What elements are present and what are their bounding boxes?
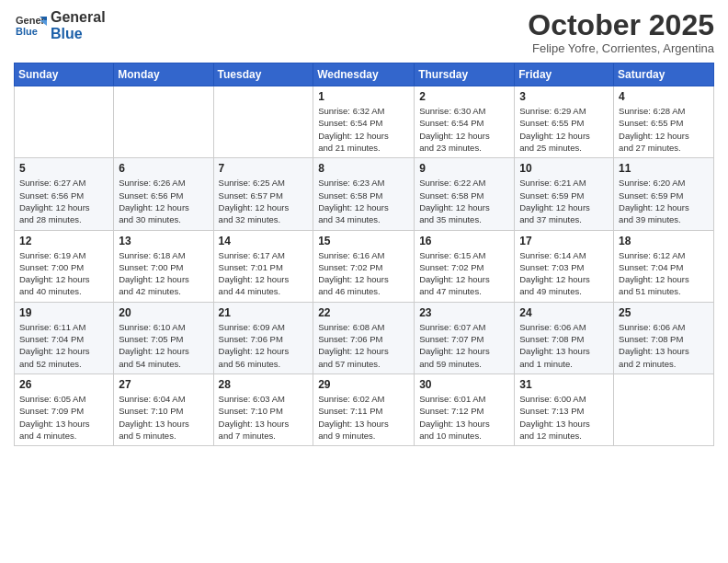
day-info-line: and 40 minutes. bbox=[19, 285, 108, 297]
day-info: Sunrise: 6:01 AMSunset: 7:12 PMDaylight:… bbox=[419, 393, 509, 442]
table-row: 26Sunrise: 6:05 AMSunset: 7:09 PMDayligh… bbox=[15, 373, 114, 445]
logo-icon: General Blue bbox=[14, 9, 47, 42]
day-info-line: Sunset: 7:11 PM bbox=[318, 405, 409, 417]
day-info-line: Sunrise: 6:12 AM bbox=[619, 249, 709, 261]
day-info-line: Sunrise: 6:22 AM bbox=[419, 177, 509, 189]
table-row: 8Sunrise: 6:23 AMSunset: 6:58 PMDaylight… bbox=[313, 158, 415, 230]
day-info-line: and 42 minutes. bbox=[119, 285, 208, 297]
header-monday: Monday bbox=[114, 63, 213, 86]
day-number: 14 bbox=[219, 235, 309, 247]
day-info-line: Sunrise: 6:17 AM bbox=[219, 249, 309, 261]
day-info: Sunrise: 6:20 AMSunset: 6:59 PMDaylight:… bbox=[619, 177, 709, 225]
table-row: 16Sunrise: 6:15 AMSunset: 7:02 PMDayligh… bbox=[415, 230, 515, 302]
day-info-line: Sunset: 7:12 PM bbox=[419, 405, 509, 417]
day-number: 11 bbox=[619, 162, 709, 175]
day-info: Sunrise: 6:21 AMSunset: 6:59 PMDaylight:… bbox=[519, 177, 609, 225]
day-info: Sunrise: 6:03 AMSunset: 7:10 PMDaylight:… bbox=[219, 393, 309, 442]
day-info-line: and 46 minutes. bbox=[318, 285, 409, 297]
day-info-line: Sunset: 7:10 PM bbox=[119, 405, 208, 417]
table-row: 3Sunrise: 6:29 AMSunset: 6:55 PMDaylight… bbox=[515, 86, 614, 158]
day-info-line: and 54 minutes. bbox=[119, 358, 208, 370]
day-info: Sunrise: 6:10 AMSunset: 7:05 PMDaylight:… bbox=[119, 321, 208, 370]
day-info-line: Sunset: 6:56 PM bbox=[119, 190, 208, 201]
table-row: 11Sunrise: 6:20 AMSunset: 6:59 PMDayligh… bbox=[614, 158, 714, 230]
day-number: 28 bbox=[219, 378, 309, 391]
table-row: 23Sunrise: 6:07 AMSunset: 7:07 PMDayligh… bbox=[415, 302, 515, 373]
day-info-line: Sunrise: 6:04 AM bbox=[119, 393, 208, 405]
day-number: 1 bbox=[318, 90, 409, 103]
table-row: 29Sunrise: 6:02 AMSunset: 7:11 PMDayligh… bbox=[313, 373, 415, 445]
day-info-line: Daylight: 12 hours bbox=[619, 130, 709, 142]
table-row: 31Sunrise: 6:00 AMSunset: 7:13 PMDayligh… bbox=[515, 373, 614, 445]
header-thursday: Thursday bbox=[415, 63, 515, 86]
day-number: 3 bbox=[519, 90, 609, 103]
day-info-line: Daylight: 13 hours bbox=[19, 418, 108, 430]
day-info-line: Sunrise: 6:19 AM bbox=[19, 249, 108, 261]
day-info-line: Sunrise: 6:11 AM bbox=[19, 321, 108, 333]
day-info-line: Sunset: 7:04 PM bbox=[619, 261, 709, 273]
day-info-line: Sunrise: 6:05 AM bbox=[19, 393, 108, 405]
day-info-line: and 32 minutes. bbox=[219, 213, 309, 225]
day-info-line: Sunset: 7:03 PM bbox=[519, 261, 609, 273]
table-row: 18Sunrise: 6:12 AMSunset: 7:04 PMDayligh… bbox=[614, 230, 714, 302]
day-info: Sunrise: 6:16 AMSunset: 7:02 PMDaylight:… bbox=[318, 249, 409, 298]
day-info-line: Sunrise: 6:09 AM bbox=[219, 321, 309, 333]
table-row: 10Sunrise: 6:21 AMSunset: 6:59 PMDayligh… bbox=[515, 158, 614, 230]
day-info-line: Sunset: 7:08 PM bbox=[619, 333, 709, 345]
day-info: Sunrise: 6:08 AMSunset: 7:06 PMDaylight:… bbox=[318, 321, 409, 370]
day-info-line: Daylight: 12 hours bbox=[519, 201, 609, 213]
day-info-line: Sunrise: 6:06 AM bbox=[519, 321, 609, 333]
day-number: 20 bbox=[119, 306, 208, 319]
day-info-line: Sunset: 7:02 PM bbox=[419, 261, 509, 273]
day-info: Sunrise: 6:26 AMSunset: 6:56 PMDaylight:… bbox=[119, 177, 208, 225]
day-info: Sunrise: 6:19 AMSunset: 7:00 PMDaylight:… bbox=[19, 249, 108, 298]
calendar-week-row: 26Sunrise: 6:05 AMSunset: 7:09 PMDayligh… bbox=[15, 373, 714, 445]
day-info-line: Sunrise: 6:10 AM bbox=[119, 321, 208, 333]
table-row: 15Sunrise: 6:16 AMSunset: 7:02 PMDayligh… bbox=[313, 230, 415, 302]
day-info-line: and 27 minutes. bbox=[619, 142, 709, 154]
day-number: 23 bbox=[419, 306, 509, 319]
day-info-line: and 39 minutes. bbox=[619, 213, 709, 225]
day-info-line: Sunset: 7:10 PM bbox=[219, 405, 309, 417]
day-info-line: Daylight: 13 hours bbox=[419, 418, 509, 430]
table-row: 14Sunrise: 6:17 AMSunset: 7:01 PMDayligh… bbox=[213, 230, 313, 302]
day-info-line: and 28 minutes. bbox=[19, 213, 108, 225]
day-info-line: and 35 minutes. bbox=[419, 213, 509, 225]
day-info-line: Daylight: 12 hours bbox=[318, 345, 409, 357]
day-number: 16 bbox=[419, 235, 509, 247]
day-info-line: Sunset: 7:00 PM bbox=[19, 261, 108, 273]
day-info-line: Daylight: 12 hours bbox=[219, 273, 309, 285]
day-info-line: Sunrise: 6:21 AM bbox=[519, 177, 609, 189]
day-info: Sunrise: 6:14 AMSunset: 7:03 PMDaylight:… bbox=[519, 249, 609, 298]
day-info: Sunrise: 6:05 AMSunset: 7:09 PMDaylight:… bbox=[19, 393, 108, 442]
day-number: 30 bbox=[419, 378, 509, 391]
day-info-line: Daylight: 12 hours bbox=[219, 201, 309, 213]
day-info: Sunrise: 6:07 AMSunset: 7:07 PMDaylight:… bbox=[419, 321, 509, 370]
day-info-line: Sunset: 7:08 PM bbox=[519, 333, 609, 345]
table-row: 21Sunrise: 6:09 AMSunset: 7:06 PMDayligh… bbox=[213, 302, 313, 373]
day-info-line: Sunrise: 6:26 AM bbox=[119, 177, 208, 189]
day-number: 4 bbox=[619, 90, 709, 103]
day-info: Sunrise: 6:32 AMSunset: 6:54 PMDaylight:… bbox=[318, 105, 409, 154]
day-info: Sunrise: 6:12 AMSunset: 7:04 PMDaylight:… bbox=[619, 249, 709, 298]
day-info-line: Sunrise: 6:25 AM bbox=[219, 177, 309, 189]
day-info: Sunrise: 6:11 AMSunset: 7:04 PMDaylight:… bbox=[19, 321, 108, 370]
day-info-line: Sunset: 7:04 PM bbox=[19, 333, 108, 345]
day-number: 29 bbox=[318, 378, 409, 391]
day-info-line: and 9 minutes. bbox=[318, 430, 409, 442]
day-info: Sunrise: 6:28 AMSunset: 6:55 PMDaylight:… bbox=[619, 105, 709, 154]
day-info-line: Daylight: 12 hours bbox=[318, 201, 409, 213]
table-row: 5Sunrise: 6:27 AMSunset: 6:56 PMDaylight… bbox=[15, 158, 114, 230]
day-info-line: Sunset: 7:09 PM bbox=[19, 405, 108, 417]
day-info: Sunrise: 6:25 AMSunset: 6:57 PMDaylight:… bbox=[219, 177, 309, 225]
day-info-line: Daylight: 12 hours bbox=[119, 273, 208, 285]
day-info-line: Sunset: 6:58 PM bbox=[419, 190, 509, 201]
day-info-line: Daylight: 13 hours bbox=[619, 345, 709, 357]
day-info-line: Sunrise: 6:23 AM bbox=[318, 177, 409, 189]
day-info-line: Sunset: 7:13 PM bbox=[519, 405, 609, 417]
table-row: 27Sunrise: 6:04 AMSunset: 7:10 PMDayligh… bbox=[114, 373, 213, 445]
day-info: Sunrise: 6:17 AMSunset: 7:01 PMDaylight:… bbox=[219, 249, 309, 298]
day-number: 2 bbox=[419, 90, 509, 103]
day-number: 25 bbox=[619, 306, 709, 319]
day-number: 22 bbox=[318, 306, 409, 319]
